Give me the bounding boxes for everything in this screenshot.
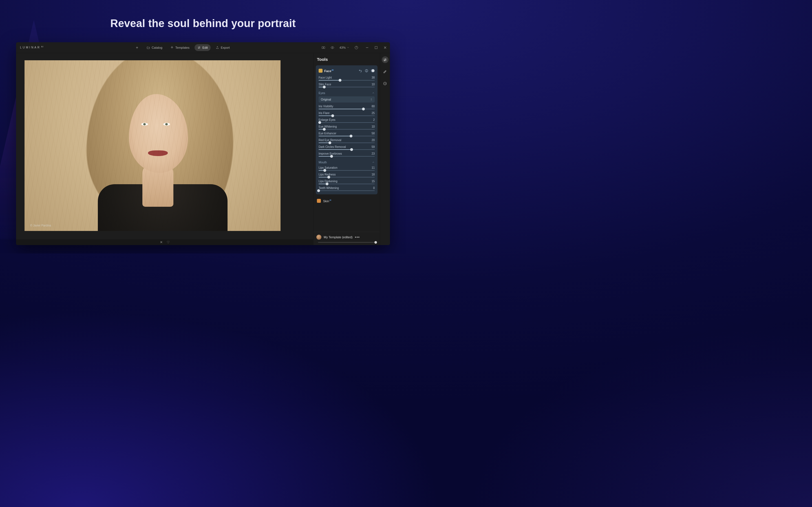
enlarge-eyes-slider[interactable]: Enlarge Eyes2 [319, 118, 375, 123]
photo-canvas[interactable]: © Javier Pardina [24, 60, 281, 231]
face-light-slider[interactable]: Face Light38 [319, 76, 375, 80]
nav-edit[interactable]: Edit [195, 44, 211, 51]
brand-text: LUMINAR [20, 46, 41, 49]
slider-value: 59 [371, 145, 375, 149]
slider-label: Iris Visibility [319, 105, 333, 108]
tools-panel-scroll[interactable]: FaceAI Face Light38 Slim Face10 [313, 65, 380, 232]
mouth-section-header[interactable]: Mouth [319, 161, 375, 164]
svg-point-8 [386, 59, 386, 59]
slider-label: Lips Redness [319, 173, 336, 176]
nav-export-label: Export [221, 46, 230, 49]
minimize-button[interactable] [365, 46, 369, 50]
nav-export[interactable]: Export [213, 44, 233, 51]
eye-enhancer-slider[interactable]: Eye Enhancer58 [319, 132, 375, 136]
slider-label: Lips Darkening [319, 180, 338, 183]
compare-button[interactable] [321, 46, 325, 50]
slim-face-slider[interactable]: Slim Face10 [319, 83, 375, 87]
iris-visibility-slider[interactable]: Iris Visibility80 [319, 105, 375, 109]
nav-catalog-label: Catalog [152, 46, 162, 49]
rail-history-button[interactable] [382, 80, 389, 87]
face-tool-card: FaceAI Face Light38 Slim Face10 [316, 65, 377, 194]
marketing-headline: Reveal the soul behind your portrait [0, 17, 406, 30]
favorite-heart-button[interactable]: ♡ [167, 240, 170, 244]
nav-catalog[interactable]: Catalog [144, 44, 165, 51]
slider-label: Enlarge Eyes [319, 118, 335, 121]
slider-value: 25 [371, 112, 375, 115]
slider-value: 23 [371, 152, 375, 155]
app-window: LUMINARAI Catalog Templates [16, 42, 390, 245]
skin-tool-icon [317, 199, 321, 203]
slider-label: Dark Circles Removal [319, 145, 346, 149]
skin-tool-title: SkinAI [323, 199, 331, 203]
eyes-section-header[interactable]: Eyes [319, 91, 375, 95]
zoom-value: 43% [340, 46, 346, 49]
face-tool-icon [319, 69, 322, 73]
sliders-icon [197, 46, 201, 49]
svg-point-0 [199, 47, 200, 47]
face-light-label: Face Light [319, 76, 332, 79]
rail-brush-button[interactable] [382, 68, 389, 75]
maximize-button[interactable] [374, 46, 378, 50]
face-light-value: 38 [371, 76, 375, 79]
face-tool-header[interactable]: FaceAI [319, 68, 375, 74]
slim-face-label: Slim Face [319, 83, 331, 86]
iris-flare-slider[interactable]: Iris Flare25 [319, 112, 375, 116]
app-body: © Javier Pardina ✕ ♡ Tools FaceAI [16, 53, 390, 245]
svg-point-9 [384, 60, 385, 61]
lips-saturation-slider[interactable]: Lips Saturation11 [319, 166, 375, 171]
app-brand: LUMINARAI [20, 46, 44, 49]
svg-point-4 [332, 47, 333, 48]
folder-icon [147, 46, 150, 49]
nav-templates[interactable]: Templates [167, 44, 192, 51]
improve-eyebrows-slider[interactable]: Improve Eyebrows23 [319, 152, 375, 157]
skin-tool-row[interactable]: SkinAI [316, 196, 377, 205]
tools-panel: Tools FaceAI [313, 53, 380, 245]
eyes-preset-value: Original [321, 98, 331, 101]
dark-circles-removal-slider[interactable]: Dark Circles Removal59 [319, 145, 375, 150]
lips-darkening-slider[interactable]: Lips Darkening15 [319, 180, 375, 184]
slider-value: 15 [371, 180, 375, 183]
face-tool-title-text: Face [324, 69, 331, 72]
slider-label: Teeth Whitening [319, 186, 339, 189]
add-button[interactable] [133, 44, 142, 51]
zoom-dropdown[interactable]: 43% [340, 46, 349, 49]
teeth-whitening-slider[interactable]: Teeth Whitening0 [319, 186, 375, 191]
select-caret-icon [370, 98, 372, 101]
slider-label: Eye Whitening [319, 125, 337, 128]
reject-x-button[interactable]: ✕ [160, 240, 163, 244]
close-button[interactable] [383, 46, 387, 50]
slider-value: 10 [371, 125, 375, 128]
undo-icon[interactable] [358, 69, 362, 73]
red-eye-removal-slider[interactable]: Red Eye Removal20 [319, 138, 375, 143]
export-icon [216, 46, 219, 49]
template-strength[interactable] [313, 242, 380, 245]
eye-whitening-slider[interactable]: Eye Whitening10 [319, 125, 375, 129]
slider-value: 58 [371, 132, 375, 135]
lips-redness-slider[interactable]: Lips Redness18 [319, 173, 375, 177]
eyes-heading: Eyes [319, 91, 325, 95]
mask-icon[interactable] [364, 69, 368, 73]
rail-adjust-button[interactable] [382, 56, 389, 63]
eyes-preset-select[interactable]: Original [319, 96, 375, 103]
preview-eye-button[interactable] [331, 46, 335, 50]
tool-toggle[interactable] [371, 69, 375, 73]
face-tool-title: FaceAI [324, 69, 334, 73]
slim-face-value: 10 [371, 83, 375, 86]
mouth-heading: Mouth [319, 161, 327, 164]
photo-watermark: © Javier Pardina [30, 224, 51, 227]
chevron-up-icon [372, 161, 375, 164]
slider-label: Eye Enhancer [319, 132, 336, 135]
face-header-actions [358, 69, 375, 73]
template-row: My Template (edited) ••• [313, 232, 380, 242]
plus-icon [135, 46, 139, 49]
slider-value: 11 [371, 166, 375, 169]
slider-value: 20 [371, 138, 375, 142]
template-menu-button[interactable]: ••• [355, 235, 360, 239]
sparkle-icon [170, 46, 174, 49]
slider-value: 80 [371, 105, 375, 108]
chevron-up-icon [372, 92, 375, 94]
nav-edit-label: Edit [202, 46, 208, 49]
help-button[interactable] [354, 46, 358, 50]
tools-panel-title: Tools [313, 53, 380, 65]
svg-rect-3 [324, 47, 325, 48]
